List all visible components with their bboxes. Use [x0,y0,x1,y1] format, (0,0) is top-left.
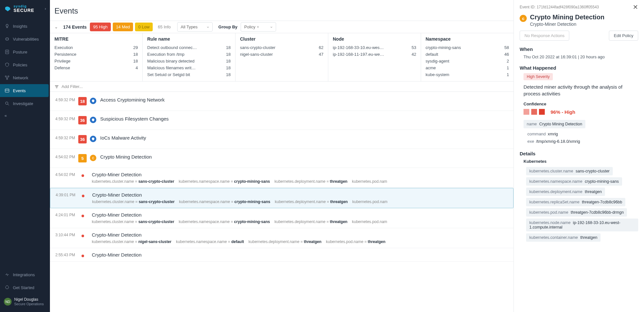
sub-event-row[interactable]: 3:10:44 PM Crypto-Miner Detection kubern… [50,228,514,248]
toolbar: ⌄ 174 Events 95 High 14 Med 0 Low 65 Inf… [50,21,514,33]
k8s-pill: kubernetes.replicaSet.name threatgen-7cd… [526,198,625,206]
summary-row-item[interactable]: acme1 [426,64,509,71]
summary-row-item[interactable]: Privilege18 [54,58,138,64]
summary-title: Rule name [147,36,231,42]
svg-rect-1 [5,50,9,54]
detail-subtitle: Crypto-Miner Detection [530,22,604,27]
severity-badge: High Severity [524,73,553,80]
filter-icon[interactable] [54,84,59,89]
event-row[interactable]: 4:54:02 PM 5 c Crypto Mining Detection [50,149,514,168]
chip-high[interactable]: 95 High [90,23,111,31]
event-title: Crypto-Miner Detection [92,172,514,177]
rocket-icon [5,285,10,290]
event-count: 174 Events [63,24,87,30]
shield-icon [90,117,96,123]
shield-icon [90,98,96,104]
what-text: Detected miner activity through the anal… [524,83,638,97]
nav-label: Vulnerabilities [13,37,39,42]
event-row[interactable]: 4:59:32 PM 18 Access Cryptomining Networ… [50,92,514,111]
groupby-select[interactable]: Policy× [241,22,276,32]
sub-event-row[interactable]: 2:55:43 PM Crypto-Miner Detection [50,248,514,262]
sidebar-item-investigate[interactable]: Investigate [0,97,50,110]
edit-policy-button[interactable]: Edit Policy [609,31,638,41]
summary-row-item[interactable]: sans-crypto-cluster62 [240,44,323,51]
confidence-label: Confidence [524,102,638,106]
event-time: 4:24:01 PM [50,212,78,217]
event-time: 4:39:01 PM [50,192,79,197]
lightbulb-icon [5,24,10,29]
chip-info[interactable]: 65 Info [155,23,174,31]
close-icon[interactable]: ✕ [633,3,638,11]
svg-rect-5 [5,89,9,92]
integrations-icon [5,272,10,277]
summary-column-namespace: Namespacecrypto-mining-sans58default46sy… [421,33,514,81]
sub-event-row[interactable]: 4:24:01 PM Crypto-Miner Detection kubern… [50,208,514,228]
k8s-pill: kubernetes.container.name threatgen [526,233,601,242]
summary-row-item[interactable]: Defense4 [54,64,138,71]
summary-column-cluster: Clustersans-crypto-cluster62nigel-sans-c… [235,33,328,81]
when-title: When [520,46,638,52]
event-row[interactable]: 4:59:32 PM 36 Suspicious Filesystem Chan… [50,111,514,130]
event-count-badge: 5 [78,154,87,162]
sidebar-item-integrations[interactable]: Integrations [0,268,50,281]
summary-row-item[interactable]: crypto-mining-sans58 [426,44,509,51]
user-org: Secure Operations [14,302,44,306]
event-meta: kubernetes.cluster.name = sans-crypto-cl… [92,200,513,204]
sidebar-item-vulnerabilities[interactable]: Vulnerabilities [0,33,50,45]
page-title: Events [50,0,514,21]
sub-event-row[interactable]: 4:39:01 PM Crypto-Miner Detection kubern… [50,188,514,208]
event-title: Crypto-Miner Detection [92,252,514,258]
sidebar-item-events[interactable]: Events [0,84,49,97]
summary-row-item[interactable]: nigel-sans-cluster47 [240,51,323,58]
summary-title: Namespace [426,36,509,42]
summary-row-item[interactable]: default46 [426,51,509,58]
svg-point-6 [5,102,8,104]
nav-label: Network [13,75,28,80]
summary-row-item[interactable]: sysdig-agent2 [426,58,509,64]
event-count-badge: 18 [78,97,87,105]
summary-row-item[interactable]: ip-192-168-33-10.eu-wes…53 [333,44,416,51]
shield-icon [5,62,10,67]
crypto-icon: c [520,15,527,22]
sidebar-item-insights[interactable]: Insights [0,20,50,33]
event-title: IoCs Malware Activity [100,135,514,141]
summary-title: Node [333,36,416,42]
event-meta: kubernetes.cluster.name = sans-crypto-cl… [92,179,514,184]
svg-point-4 [6,78,8,80]
summary-row-item[interactable]: Persistence18 [54,51,138,58]
sub-event-row[interactable]: 4:54:02 PM Crypto-Miner Detection kubern… [50,168,514,188]
confidence-box [531,109,537,115]
chevron-down-icon[interactable]: ⌄ [53,24,60,29]
chip-med[interactable]: 14 Med [113,23,133,31]
summary-row-item[interactable]: Execution29 [54,44,138,51]
summary-row-item[interactable]: kube-system1 [426,71,509,78]
sidebar-item-policies[interactable]: Policies [0,58,50,71]
summary-row-item[interactable]: Set Setuid or Setgid bit18 [147,71,231,78]
summary-row-item[interactable]: Malicious filenames writ…18 [147,64,231,71]
event-time: 4:59:32 PM [50,97,78,102]
chip-low[interactable]: 0 Low [135,23,153,31]
event-row[interactable]: 4:59:32 PM 36 IoCs Malware Activity [50,130,514,149]
chevron-right-icon[interactable]: › [45,6,46,11]
sidebar-item-get-started[interactable]: Get Started [0,281,50,294]
sidebar-item-network[interactable]: Network [0,71,50,84]
severity-dot-icon [82,235,84,237]
summary-row-item[interactable]: ip-192-168-11-197.eu-we…42 [333,51,416,58]
summary-row-item[interactable]: Malicious binary detected18 [147,58,231,64]
event-title: Crypto-Miner Detection [92,192,513,198]
add-filter-input[interactable]: Add Filter... [62,84,83,89]
sidebar-item-posture[interactable]: Posture [0,45,50,58]
collapse-sidebar-button[interactable]: « [0,110,50,121]
shield-icon [90,136,96,142]
summary-row-item[interactable]: Detect outbound connec…18 [147,44,231,51]
type-select[interactable]: All Types [177,22,213,32]
nav-label: Events [13,88,26,93]
chevron-double-left-icon: « [5,113,7,118]
summary-column-mitre: MITREExecution29Persistence18Privilege18… [50,33,143,81]
logo[interactable]: sysdig SECURE › [0,0,50,17]
event-title: Crypto Mining Detection [100,154,514,160]
summary-row-item[interactable]: Execution from /tmp18 [147,51,231,58]
summary-title: MITRE [54,36,138,42]
user-menu[interactable]: ND Nigel Douglas Secure Operations [0,294,50,309]
event-title: Crypto-Miner Detection [92,212,514,218]
